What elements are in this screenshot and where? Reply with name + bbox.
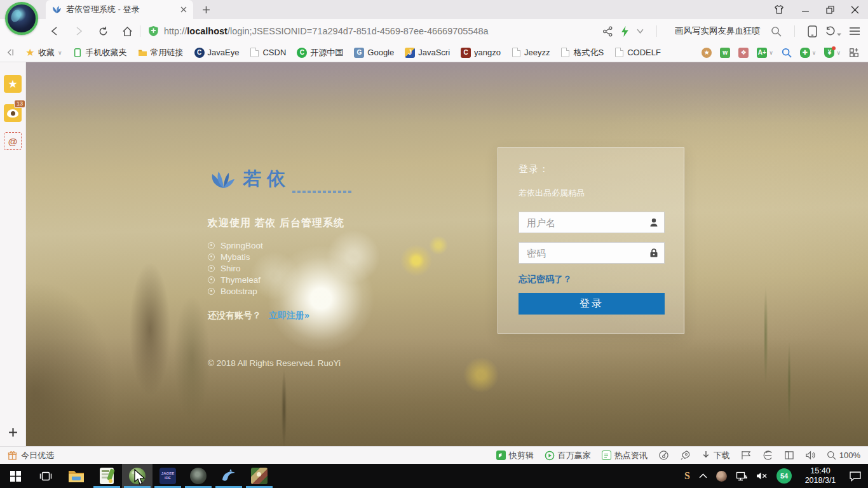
page-icon bbox=[614, 48, 624, 57]
bookmark-item-google[interactable]: G Google bbox=[354, 48, 394, 58]
menu-icon[interactable] bbox=[849, 27, 860, 36]
bookmark-item-mobile-favorites[interactable]: 手机收藏夹 bbox=[73, 47, 127, 58]
games-button[interactable]: ✚ ∨ bbox=[800, 48, 817, 58]
bookmark-item-oschina[interactable]: C 开源中国 bbox=[297, 47, 343, 58]
yangzo-icon: C bbox=[461, 48, 471, 58]
hot-news-button[interactable]: 热点资讯 bbox=[602, 450, 648, 461]
game-icon bbox=[251, 468, 268, 484]
action-center-icon[interactable] bbox=[849, 471, 862, 482]
site-favicon-leaf-icon bbox=[52, 5, 62, 15]
volume-muted-icon[interactable] bbox=[756, 471, 768, 480]
address-bar[interactable]: http://localhost/login;JSESSIONID=71a294… bbox=[146, 25, 602, 37]
forward-button[interactable] bbox=[71, 24, 86, 39]
quick-clip-button[interactable]: 快剪辑 bbox=[496, 450, 534, 461]
bookmark-item-common-links[interactable]: 常用链接 bbox=[138, 47, 184, 58]
register-link[interactable]: 立即注册» bbox=[269, 310, 309, 320]
windows-logo-icon bbox=[10, 471, 21, 482]
sogou-input-icon[interactable]: S bbox=[684, 470, 690, 482]
taskbar-app-browser-active[interactable] bbox=[122, 464, 153, 488]
mention-panel-button[interactable]: @ bbox=[4, 132, 22, 150]
taskbar-app-explorer[interactable] bbox=[61, 464, 92, 488]
feature-item: Shiro bbox=[208, 262, 263, 274]
safety-score-badge[interactable]: 54 bbox=[776, 468, 792, 484]
home-button[interactable] bbox=[119, 24, 135, 39]
copyright-text: © 2018 All Rights Reserved. RuoYi bbox=[208, 358, 341, 368]
collapse-sidebar-icon[interactable] bbox=[6, 48, 15, 57]
news-icon bbox=[602, 451, 611, 460]
rocket-icon[interactable] bbox=[680, 450, 691, 461]
bookmark-item-formatter[interactable]: 格式化S bbox=[560, 47, 604, 58]
translate-icon: A+ bbox=[757, 48, 767, 58]
mute-page-icon[interactable] bbox=[805, 451, 816, 460]
hidden-icons-chevron-icon[interactable] bbox=[699, 473, 707, 478]
taskbar-app-terminal[interactable] bbox=[183, 464, 214, 488]
taskbar-app-game[interactable] bbox=[244, 464, 275, 488]
back-button[interactable] bbox=[47, 24, 62, 39]
download-button[interactable]: 下载 bbox=[702, 450, 730, 461]
bullet-icon bbox=[208, 242, 215, 249]
browser-app-icon bbox=[129, 468, 146, 484]
tray-avatar-icon[interactable] bbox=[716, 471, 727, 482]
task-view-button[interactable] bbox=[31, 464, 61, 488]
million-winner-button[interactable]: 百万赢家 bbox=[545, 450, 591, 461]
browser-tab[interactable]: 若依管理系统 - 登录 bbox=[46, 0, 193, 19]
search-icon[interactable] bbox=[771, 26, 782, 37]
weibo-icon bbox=[7, 109, 18, 118]
ie-compatibility-icon[interactable] bbox=[763, 450, 773, 461]
bookmark-item-codelf[interactable]: CODELF bbox=[614, 48, 661, 57]
mobile-sync-icon[interactable] bbox=[808, 25, 817, 37]
daily-picks-button[interactable]: 今日优选 bbox=[8, 450, 54, 461]
browser-side-panel: ★ 13 @ bbox=[0, 62, 26, 446]
network-icon[interactable] bbox=[736, 471, 747, 481]
user-avatar[interactable] bbox=[5, 2, 38, 35]
system-tray: S 54 15:40 2018/3/1 bbox=[684, 464, 868, 488]
bookmark-item-javaeye[interactable]: C JavaEye bbox=[194, 48, 240, 58]
bookmark-item-favorites[interactable]: ★ 收藏∨ bbox=[25, 47, 62, 58]
taskbar-app-ide[interactable]: JAGEE IDE bbox=[153, 464, 183, 488]
close-window-icon[interactable] bbox=[851, 6, 859, 14]
bookmark-item-javascript[interactable]: J JavaScri bbox=[405, 48, 450, 58]
skin-theme-icon[interactable] bbox=[773, 4, 785, 15]
google-icon: G bbox=[354, 48, 364, 58]
translate-button[interactable]: A+ ∨ bbox=[757, 48, 773, 58]
zoom-control[interactable]: 100% bbox=[827, 451, 860, 460]
bookmark-item-yangzo[interactable]: C yangzo bbox=[461, 48, 501, 58]
new-tab-button[interactable] bbox=[198, 3, 214, 17]
find-in-page-icon[interactable] bbox=[782, 48, 792, 58]
refresh-button[interactable] bbox=[95, 24, 111, 39]
share-icon[interactable] bbox=[602, 26, 613, 37]
trophy-icon[interactable]: ★ bbox=[702, 48, 712, 58]
start-button[interactable] bbox=[0, 464, 31, 488]
window-mode-icon[interactable] bbox=[784, 451, 794, 460]
boost-dropdown-icon[interactable] bbox=[637, 29, 644, 34]
login-button[interactable]: 登录 bbox=[519, 293, 665, 315]
dolphin-icon bbox=[220, 468, 237, 484]
taskbar-app-notepadpp[interactable] bbox=[92, 464, 122, 488]
bookmark-item-csdn[interactable]: CSDN bbox=[250, 48, 286, 57]
apps-grid-icon[interactable] bbox=[849, 48, 859, 58]
close-tab-icon[interactable] bbox=[180, 6, 187, 13]
report-flag-icon[interactable] bbox=[741, 451, 752, 460]
restore-button-icon[interactable] bbox=[826, 6, 834, 14]
search-box[interactable]: 画风写实网友鼻血狂喷 bbox=[675, 25, 761, 37]
favorites-panel-button[interactable]: ★ bbox=[4, 75, 22, 93]
forgot-password-link[interactable]: 忘记密码了？ bbox=[519, 274, 572, 285]
add-panel-button[interactable] bbox=[5, 424, 20, 440]
taskbar-app-dolphin[interactable] bbox=[214, 464, 244, 488]
username-input[interactable] bbox=[519, 212, 665, 233]
speed-boost-icon[interactable] bbox=[621, 26, 629, 37]
mascot-icon[interactable]: w bbox=[720, 48, 730, 58]
bookmark-item-jeeyzz[interactable]: Jeeyzz bbox=[512, 48, 550, 57]
weibo-panel-button[interactable]: 13 bbox=[4, 104, 22, 122]
password-input[interactable] bbox=[519, 242, 665, 264]
ornament-icon[interactable]: ❖ bbox=[738, 48, 749, 58]
page-icon bbox=[512, 48, 521, 57]
speed-dial-icon[interactable] bbox=[658, 450, 669, 461]
phone-icon bbox=[73, 48, 83, 57]
feature-item: SpringBoot bbox=[208, 240, 263, 251]
site-safety-shield-icon[interactable] bbox=[148, 25, 159, 37]
undo-closed-tab-button[interactable] bbox=[825, 26, 841, 37]
minimize-button-icon[interactable] bbox=[801, 6, 810, 14]
wallet-button[interactable]: ¥ ∨ bbox=[824, 48, 841, 58]
taskbar-clock[interactable]: 15:40 2018/3/1 bbox=[801, 466, 840, 485]
